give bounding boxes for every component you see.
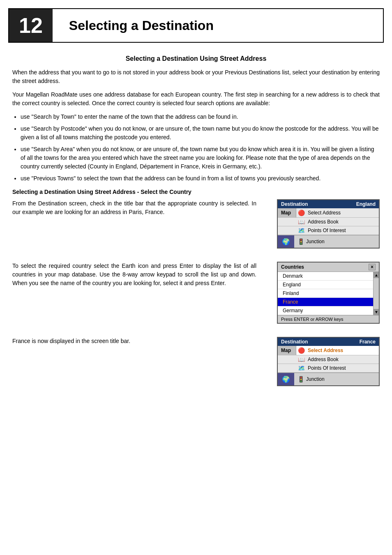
screen2-title-left: Destination: [281, 339, 308, 345]
screen2-junction-cell: 🚦 Junction: [294, 374, 328, 384]
screen1-title-left: Destination: [281, 201, 308, 207]
intro-para-2: Your Magellan RoadMate uses one address …: [12, 90, 380, 108]
screen1-junction-label: Junction: [306, 239, 325, 244]
list-item: use "Search by Postcode" when you do not…: [21, 124, 380, 142]
countries-col: Countries × Denmark England Finland Fran…: [265, 262, 380, 329]
countries-footer: Press ENTER or ARROW keys: [278, 315, 379, 323]
screen2-row-3: 🗺️ Points Of Interest: [278, 364, 379, 373]
screen2-address-book[interactable]: Address Book: [306, 355, 340, 364]
subsection-text-3: France is now displayed in the screen ti…: [12, 337, 256, 391]
poi-icon-1: 🗺️: [296, 226, 306, 235]
page-header: 12 Selecting a Destination: [8, 8, 384, 43]
countries-close-button[interactable]: ×: [369, 264, 376, 270]
two-col-block-2: To select the required country select th…: [12, 262, 380, 329]
list-item: use "Search by Area" when you do not kno…: [21, 145, 380, 171]
country-item-germany[interactable]: Germany: [278, 306, 373, 315]
screen2-row-1: Map 🔴 Select Address: [278, 346, 379, 355]
earth-icon-2[interactable]: 🌍: [278, 373, 294, 385]
address-book-icon-1: 📖: [296, 218, 306, 226]
country-item-france[interactable]: France: [278, 298, 373, 306]
country-item-england[interactable]: England: [278, 281, 373, 289]
subsection-title: Selecting a Destination Using Street Add…: [12, 189, 380, 195]
select-address-icon-1: 🔴: [296, 209, 306, 217]
junction-icon-1: 🚦: [297, 238, 304, 245]
intro-para-1: When the address that you want to go to …: [12, 68, 380, 85]
chapter-number: 12: [9, 9, 53, 42]
two-col-block-3: France is now displayed in the screen ti…: [12, 337, 380, 391]
screen2-map-label: Map: [278, 346, 296, 355]
list-item: use "Search by Town" to enter the name o…: [21, 113, 380, 121]
screen2-select-address[interactable]: Select Address: [306, 346, 345, 355]
country-item-finland[interactable]: Finland: [278, 289, 373, 298]
countries-titlebar: Countries ×: [278, 263, 379, 272]
address-book-icon-2: 📖: [296, 355, 306, 364]
countries-scrollbar: ▲ ▼: [373, 272, 379, 315]
screen1-address-book[interactable]: Address Book: [306, 218, 340, 226]
screen2-row-2: 📖 Address Book: [278, 355, 379, 364]
screen2-col: Destination France Map 🔴 Select Address …: [265, 337, 380, 391]
screen1-titlebar: Destination England: [278, 200, 379, 208]
list-item: use "Previous Towns" to select the town …: [21, 174, 380, 183]
screen1-map-label: Map: [278, 208, 296, 217]
device-screen-2: Destination France Map 🔴 Select Address …: [277, 337, 380, 386]
bullet-list: use "Search by Town" to enter the name o…: [21, 113, 380, 183]
poi-icon-2: 🗺️: [296, 364, 306, 372]
earth-icon-1[interactable]: 🌍: [278, 235, 294, 248]
countries-screen: Countries × Denmark England Finland Fran…: [277, 262, 380, 324]
screen1-col: Destination England Map 🔴 Select Address…: [265, 199, 380, 253]
screen1-junction-cell: 🚦 Junction: [294, 237, 328, 246]
screen1-row-1: Map 🔴 Select Address: [278, 208, 379, 218]
screen2-bottom-row: 🌍 🚦 Junction: [278, 373, 379, 385]
country-item-denmark[interactable]: Denmark: [278, 272, 373, 281]
screen2-junction-label: Junction: [306, 376, 325, 382]
subsection-para-2: To select the required country select th…: [12, 262, 256, 288]
page-content: Selecting a Destination Using Street Add…: [0, 43, 392, 408]
subsection-para-1: From the Destination screen, check in th…: [12, 199, 256, 216]
countries-title: Countries: [281, 264, 304, 270]
subsection-text-1: From the Destination screen, check in th…: [12, 199, 256, 253]
subsection-para-3: France is now displayed in the screen ti…: [12, 337, 256, 345]
screen1-title-right: England: [356, 201, 376, 207]
screen1-row-2: 📖 Address Book: [278, 218, 379, 226]
screen1-select-address[interactable]: Select Address: [306, 209, 342, 217]
scroll-up-button[interactable]: ▲: [374, 272, 379, 278]
main-section-title: Selecting a Destination Using Street Add…: [12, 55, 380, 62]
screen2-poi[interactable]: Points Of Interest: [306, 364, 348, 372]
junction-icon-2: 🚦: [297, 376, 304, 382]
screen1-row-3: 🗺️ Points Of Interest: [278, 226, 379, 235]
subsection-text-2: To select the required country select th…: [12, 262, 256, 329]
scroll-down-button[interactable]: ▼: [374, 309, 379, 315]
select-address-icon-2: 🔴: [296, 346, 306, 355]
chapter-title: Selecting a Destination: [53, 18, 214, 33]
screen1-poi[interactable]: Points Of Interest: [306, 226, 348, 235]
two-col-block-1: From the Destination screen, check in th…: [12, 199, 380, 253]
countries-list: Denmark England Finland France Germany ▲…: [278, 272, 379, 315]
screen2-title-right: France: [360, 339, 376, 345]
device-screen-1: Destination England Map 🔴 Select Address…: [277, 199, 380, 249]
screen2-titlebar: Destination France: [278, 338, 379, 346]
screen1-bottom-row: 🌍 🚦 Junction: [278, 235, 379, 248]
